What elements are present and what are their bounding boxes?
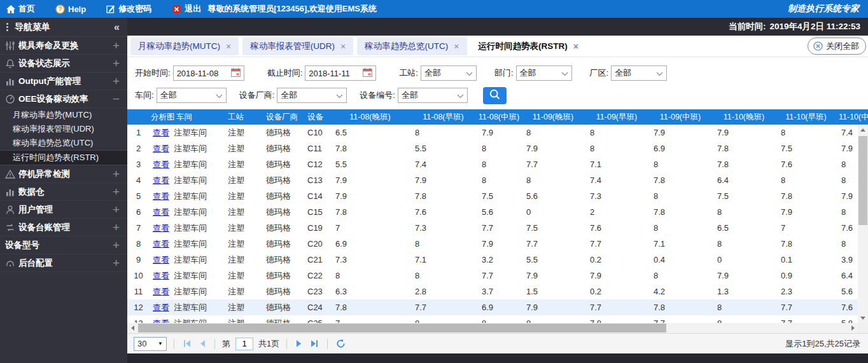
pagination-bar: 30 ▼ 第 共1页 显示1到25,共25记录 — [127, 333, 868, 353]
scroll-down-arrow[interactable] — [858, 313, 868, 323]
workshop-select[interactable]: 全部 — [157, 88, 227, 103]
row-number-cell: 6 — [127, 204, 150, 220]
plus-icon[interactable]: + — [113, 57, 120, 69]
scroll-up-arrow[interactable] — [858, 125, 868, 135]
shift-value-cell: 7.6 — [836, 299, 858, 315]
tab-mutc[interactable]: 月稼动率趋势(MUTC)× — [130, 38, 239, 55]
refresh-button[interactable] — [336, 339, 346, 348]
chevron-down-icon — [457, 91, 464, 100]
sidebar-item-data-warehouse[interactable]: 数据仓+ — [0, 183, 127, 201]
shift-value-cell: 4.2 — [648, 284, 712, 299]
tab-close-icon[interactable]: × — [340, 42, 346, 51]
tab-udr[interactable]: 稼动率报表管理(UDR)× — [242, 38, 353, 55]
station-select[interactable]: 全部 — [421, 65, 477, 81]
view-link[interactable]: 查看 — [153, 303, 169, 312]
sidebar-item-backend-config[interactable]: 后台配置+ — [0, 254, 127, 272]
page-number-input[interactable] — [235, 338, 253, 350]
close-all-button[interactable]: 关闭全部 — [808, 38, 866, 55]
header-cell — [127, 109, 150, 125]
bar-chart-icon — [5, 187, 15, 197]
collapse-sidebar-button[interactable]: « — [114, 22, 120, 33]
sidebar-item-device-ledger[interactable]: 设备台账管理+ — [0, 219, 127, 236]
device-no-select[interactable]: 全部 — [398, 88, 468, 103]
sidebar-subitem-udr[interactable]: 稼动率报表管理(UDR) — [0, 122, 127, 136]
shift-value-cell: 7.9 — [477, 236, 521, 252]
horizontal-scrollbar[interactable] — [127, 323, 858, 333]
end-date-calendar-button[interactable]: 17 — [363, 68, 372, 79]
start-date-input[interactable]: 2018-11-0817 — [173, 65, 244, 81]
view-link[interactable]: 查看 — [153, 255, 169, 264]
sidebar-item-downtime-anomaly[interactable]: 停机异常检测+ — [0, 165, 127, 183]
tab-close-icon[interactable]: × — [226, 42, 231, 51]
start-date-calendar-button[interactable]: 17 — [231, 68, 241, 79]
horizontal-scrollbar-thumb[interactable] — [138, 324, 666, 332]
content-area: 当前时间: 2019年4月2日 11:22:53 月稼动率趋势(MUTC)×稼动… — [127, 18, 868, 363]
sidebar-item-mould-life[interactable]: 模具寿命及更换+ — [0, 37, 127, 55]
header-cell: 11-09(晚班) — [521, 109, 585, 125]
last-page-button[interactable] — [309, 340, 320, 347]
vendor-select[interactable]: 全部 — [277, 88, 347, 103]
plus-icon[interactable]: + — [113, 239, 120, 251]
shift-value-cell: 7.6 — [585, 220, 648, 236]
change-password-button[interactable]: 修改密码 — [106, 3, 151, 15]
sidebar-subitem-rstr[interactable]: 运行时间趋势表(RSTR) — [0, 150, 127, 165]
plant-select[interactable]: 全部 — [611, 65, 667, 81]
shift-value-cell: 0.2 — [585, 284, 648, 299]
view-link[interactable]: 查看 — [153, 191, 169, 201]
shift-value-cell: 8 — [712, 204, 776, 220]
sidebar-subitem-utc[interactable]: 稼动率趋势总览(UTC) — [0, 136, 127, 150]
department-select[interactable]: 全部 — [516, 65, 572, 81]
page-size-select[interactable]: 30 ▼ — [134, 337, 167, 351]
scroll-left-arrow[interactable] — [127, 323, 137, 333]
sidebar-subitem-mutc[interactable]: 月稼动率趋势(MUTC) — [0, 108, 127, 122]
plus-icon[interactable]: + — [113, 257, 120, 269]
view-link[interactable]: 查看 — [153, 318, 169, 323]
plus-icon[interactable]: + — [113, 168, 120, 180]
first-page-button[interactable] — [181, 340, 193, 347]
home-button[interactable]: 首页 — [6, 3, 35, 15]
plus-icon[interactable]: + — [113, 203, 120, 216]
plus-icon[interactable]: + — [113, 39, 120, 51]
view-link[interactable]: 查看 — [153, 271, 169, 280]
prev-page-button[interactable] — [198, 340, 207, 347]
view-link[interactable]: 查看 — [153, 175, 169, 185]
bottom-strip — [127, 353, 868, 363]
search-button[interactable] — [483, 87, 507, 104]
tab-utc[interactable]: 稼动率趋势总览(UTC)× — [357, 38, 466, 55]
view-link[interactable]: 查看 — [153, 287, 169, 296]
sidebar-item-label: 设备台账管理 — [18, 222, 70, 233]
shift-value-cell: 6.4 — [836, 268, 858, 284]
tab-rstr[interactable]: 运行时间趋势表(RSTR)× — [471, 38, 586, 55]
vertical-scrollbar[interactable] — [858, 125, 868, 323]
tab-close-icon[interactable]: × — [454, 42, 459, 51]
view-link[interactable]: 查看 — [153, 223, 169, 233]
workshop-cell: 注塑车间 — [171, 220, 225, 236]
plus-icon[interactable]: + — [113, 75, 120, 87]
workshop-cell: 注塑车间 — [171, 299, 225, 315]
separator — [214, 339, 215, 349]
sidebar-item-oee-utilization[interactable]: OEE设备稼动效率− — [0, 90, 127, 108]
help-button[interactable]: ? Help — [55, 4, 86, 14]
vertical-scrollbar-thumb[interactable] — [858, 136, 867, 225]
view-link[interactable]: 查看 — [153, 239, 169, 249]
logout-button[interactable]: 退出 — [172, 3, 201, 15]
minus-icon[interactable]: − — [113, 93, 120, 105]
sidebar-item-output-capacity[interactable]: Output产能管理+ — [0, 72, 127, 90]
sidebar-item-user-management[interactable]: 用户管理+ — [0, 201, 127, 219]
plus-icon[interactable]: + — [113, 221, 120, 233]
view-link[interactable]: 查看 — [153, 160, 169, 169]
scroll-right-arrow[interactable] — [848, 323, 858, 333]
view-link[interactable]: 查看 — [153, 207, 169, 217]
view-link[interactable]: 查看 — [153, 144, 169, 153]
plus-icon[interactable]: + — [113, 186, 120, 198]
sidebar-item-device-model[interactable]: 设备型号+ — [0, 236, 127, 254]
sidebar-item-device-status[interactable]: 设备状态展示+ — [0, 55, 127, 72]
shift-value-cell: 8 — [477, 156, 521, 172]
tab-close-icon[interactable]: × — [573, 42, 578, 51]
end-date-input[interactable]: 2018-11-1117 — [305, 65, 376, 81]
shift-value-cell: 7 — [330, 220, 410, 236]
workshop-cell: 注塑车间 — [171, 284, 225, 299]
sidebar-item-label: 停机异常检测 — [18, 168, 70, 180]
view-link[interactable]: 查看 — [153, 128, 169, 137]
next-page-button[interactable] — [294, 340, 304, 347]
